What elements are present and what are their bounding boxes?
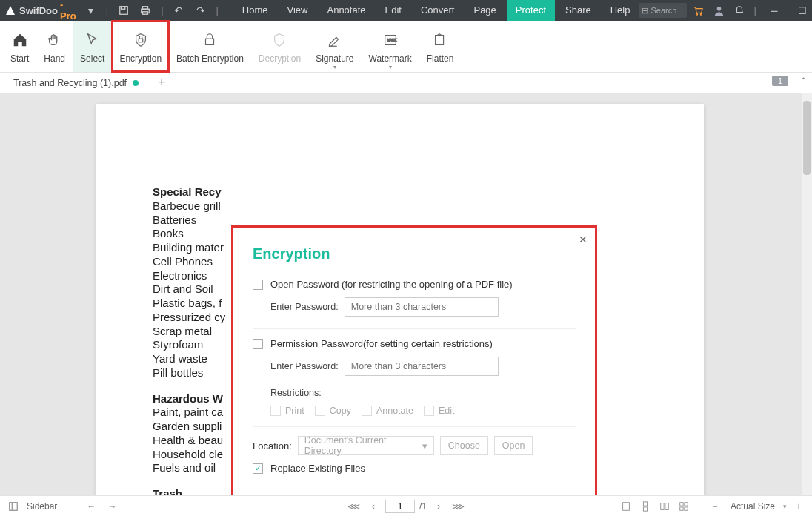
tool-label: Watermark: [369, 53, 412, 64]
search-box[interactable]: ⊞ Search: [639, 3, 687, 18]
unsaved-indicator-icon: [133, 80, 139, 86]
add-tab-button[interactable]: +: [153, 75, 170, 90]
tabstrip: Trash and Recycling (1).pdf + 1 ⌃: [0, 73, 812, 93]
grid-icon: ⊞: [642, 6, 648, 16]
svg-text:MARK: MARK: [387, 38, 396, 42]
tool-label: Signature: [316, 53, 353, 64]
open-password-checkbox[interactable]: [253, 280, 263, 290]
user-icon[interactable]: [709, 1, 728, 20]
next-page-button[interactable]: ›: [431, 499, 446, 514]
restrictions-heading: Restrictions:: [270, 388, 576, 398]
chevron-down-icon[interactable]: ▾: [783, 503, 787, 510]
tool-label: Batch Encryption: [176, 53, 244, 64]
menu-edit[interactable]: Edit: [376, 0, 410, 21]
tool-watermark[interactable]: MARK Watermark ▾: [362, 21, 419, 72]
menu-help[interactable]: Help: [602, 0, 639, 21]
prev-page-button[interactable]: ‹: [366, 499, 381, 514]
brand-main: SwifDoo: [19, 5, 58, 16]
watermark-icon: MARK: [382, 30, 399, 50]
next-panel-button[interactable]: →: [104, 499, 119, 514]
vertical-scrollbar[interactable]: [802, 93, 812, 495]
svg-rect-21: [685, 502, 688, 505]
print-icon[interactable]: [136, 1, 155, 20]
svg-rect-8: [139, 39, 143, 42]
sidebar-label: Sidebar: [27, 501, 57, 512]
permission-password-label: Permission Password(for setting certain …: [270, 338, 493, 349]
zoom-in-button[interactable]: +: [791, 499, 806, 514]
view-continuous-icon[interactable]: [638, 499, 653, 514]
brand-suffix: -Pro: [60, 0, 78, 22]
last-page-button[interactable]: ⋙: [450, 499, 465, 514]
open-password-input[interactable]: [345, 297, 499, 317]
lock-icon: [202, 30, 218, 50]
tool-batch-encryption[interactable]: Batch Encryption: [169, 21, 251, 72]
app-logo-icon: [4, 4, 16, 16]
home-icon: [12, 30, 28, 50]
restrict-edit-checkbox[interactable]: [424, 406, 434, 416]
chevron-down-icon: ▾: [422, 440, 427, 452]
collapse-icon[interactable]: ⌃: [799, 76, 808, 87]
menu-share[interactable]: Share: [556, 0, 600, 21]
redo-icon[interactable]: ↷: [191, 1, 210, 20]
tool-select[interactable]: Select: [73, 21, 112, 72]
menu-convert[interactable]: Convert: [412, 0, 464, 21]
close-dialog-button[interactable]: ✕: [579, 234, 588, 245]
replace-existing-label: Replace Existing Files: [270, 463, 365, 474]
restrict-annotate-checkbox[interactable]: [362, 406, 372, 416]
page-number-input[interactable]: [385, 500, 415, 513]
tool-encryption[interactable]: Encryption: [112, 21, 169, 72]
page-badge: 1: [772, 76, 788, 86]
restrict-annotate-label: Annotate: [376, 406, 413, 416]
sidebar-toggle-icon[interactable]: [6, 499, 21, 514]
menu-annotate[interactable]: Annotate: [318, 0, 374, 21]
dropdown-icon[interactable]: ▾: [81, 1, 99, 20]
undo-icon[interactable]: ↶: [170, 1, 188, 20]
statusbar: Sidebar ← → ⋘ ‹ /1 › ⋙ − Actual Size ▾ +: [0, 495, 812, 516]
save-icon[interactable]: [114, 1, 133, 20]
scrollbar-thumb[interactable]: [803, 101, 811, 175]
restrict-print-label: Print: [285, 406, 304, 416]
view-grid-icon[interactable]: [676, 499, 691, 514]
location-label: Location:: [253, 440, 292, 452]
replace-existing-checkbox[interactable]: [253, 463, 263, 474]
zoom-level[interactable]: Actual Size: [727, 501, 779, 512]
svg-rect-19: [665, 503, 668, 509]
zoom-out-button[interactable]: −: [708, 499, 722, 514]
restrict-print-checkbox[interactable]: [270, 406, 281, 416]
tool-signature[interactable]: Signature ▾: [308, 21, 361, 72]
svg-point-6: [700, 13, 702, 15]
cursor-icon: [84, 30, 101, 50]
titlebar: SwifDoo-Pro ▾ | | ↶ ↷ | Home View Annota…: [0, 0, 812, 21]
app-title: SwifDoo-Pro: [19, 0, 78, 22]
cart-icon[interactable]: [688, 1, 708, 20]
svg-rect-15: [623, 502, 630, 510]
choose-button[interactable]: Choose: [440, 436, 488, 455]
bell-icon[interactable]: [730, 1, 749, 20]
menu-protect[interactable]: Protect: [507, 0, 555, 21]
open-password-label: Open Password (for restricting the openi…: [270, 279, 513, 290]
view-single-icon[interactable]: [619, 499, 633, 514]
location-select[interactable]: Document's Current Directory ▾: [298, 436, 434, 455]
restrict-copy-checkbox[interactable]: [315, 406, 325, 416]
tool-label: Flatten: [427, 53, 454, 64]
view-facing-icon[interactable]: [657, 499, 672, 514]
permission-password-checkbox[interactable]: [253, 339, 263, 349]
menu-page[interactable]: Page: [465, 0, 505, 21]
prev-panel-button[interactable]: ←: [84, 499, 99, 514]
tool-label: Start: [10, 53, 29, 64]
menu-view[interactable]: View: [279, 0, 317, 21]
chevron-down-icon: ▾: [389, 64, 392, 70]
tool-hand[interactable]: Hand: [36, 21, 73, 72]
tool-decryption: Decryption: [251, 21, 308, 72]
minimize-button[interactable]: ─: [761, 0, 788, 21]
tool-start[interactable]: Start: [3, 21, 36, 72]
permission-password-input[interactable]: [345, 357, 499, 376]
menu-home[interactable]: Home: [233, 0, 277, 21]
svg-point-5: [696, 13, 698, 15]
tool-flatten[interactable]: Flatten: [419, 21, 462, 72]
first-page-button[interactable]: ⋘: [347, 499, 362, 514]
open-button[interactable]: Open: [494, 436, 533, 455]
file-tab[interactable]: Trash and Recycling (1).pdf: [6, 73, 149, 93]
maximize-button[interactable]: ☐: [789, 0, 812, 21]
search-placeholder: Search: [650, 6, 676, 15]
